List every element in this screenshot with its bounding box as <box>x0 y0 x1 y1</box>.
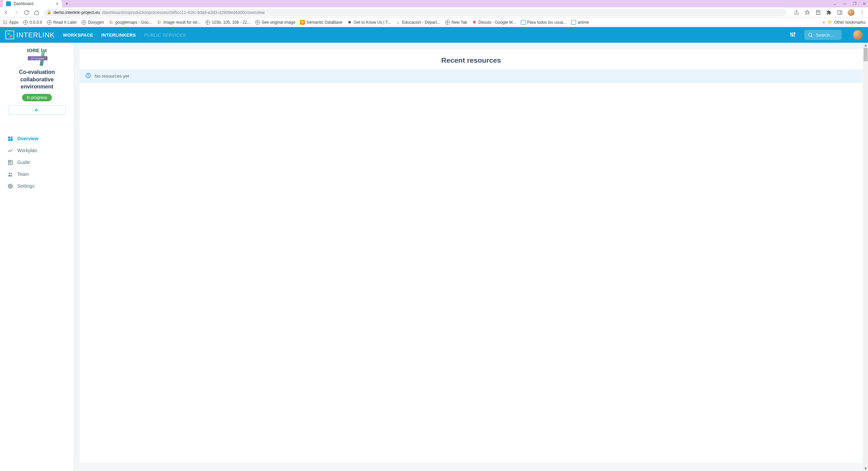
svg-point-24 <box>809 33 812 36</box>
bookmark-label: artime <box>578 20 589 25</box>
star-icon[interactable] <box>804 9 810 16</box>
svg-rect-26 <box>8 137 10 139</box>
search-field[interactable] <box>804 30 842 40</box>
svg-point-35 <box>11 173 12 174</box>
svg-line-25 <box>811 36 812 37</box>
new-tab-button[interactable]: + <box>62 0 72 7</box>
caret-down-icon[interactable]: ⌄ <box>833 1 836 6</box>
sidebar-item-team[interactable]: Team <box>0 168 74 180</box>
bookmark-item[interactable]: Para todos los usua... <box>521 20 567 25</box>
bookmark-item[interactable]: Apps <box>3 20 18 25</box>
bookmark-label: Apps <box>9 20 18 25</box>
svg-point-23 <box>794 33 795 34</box>
bookmark-item[interactable]: GImage result for ed... <box>157 20 201 25</box>
home-icon[interactable] <box>33 9 40 16</box>
bookmark-item[interactable]: ✱Get to Know Us | T... <box>347 20 391 25</box>
bookmark-icon <box>47 20 52 25</box>
scrollbar-thumb[interactable] <box>864 48 868 61</box>
extensions-icon[interactable] <box>826 9 832 16</box>
dashboard-icon <box>7 136 13 142</box>
sidepanel-icon[interactable] <box>837 9 843 16</box>
resources-card: Recent resources No resources yet <box>80 49 863 463</box>
vertical-scrollbar[interactable]: ▲ ▼ <box>863 43 868 471</box>
reader-icon[interactable] <box>815 9 821 16</box>
tab-title: Dashboard <box>14 1 34 6</box>
address-bar[interactable]: 🔒 demo.interlink-project.eu/dashboard/co… <box>43 9 787 16</box>
bookmark-label: Educación - Depart... <box>402 20 440 25</box>
bookmark-overflow-icon[interactable]: » <box>823 20 825 25</box>
bookmark-item[interactable]: 103b, 105, 106 - 22... <box>205 20 251 25</box>
app-body: IORE lat ICT for good Co-evaluation coll… <box>0 43 868 471</box>
browser-toolbar: 🔒 demo.interlink-project.eu/dashboard/co… <box>0 7 868 18</box>
scroll-down-icon[interactable]: ▼ <box>864 467 867 470</box>
user-avatar[interactable] <box>853 30 863 40</box>
header-nav-public-services[interactable]: PUBLIC SERVICES <box>144 33 186 38</box>
bookmark-icon: G <box>157 20 162 25</box>
svg-point-7 <box>862 14 863 14</box>
bookmark-item[interactable]: ⌂Educación - Depart... <box>396 20 440 25</box>
bookmark-item[interactable]: Ggooglemaps - Goo... <box>109 20 152 25</box>
forward-icon[interactable] <box>13 9 20 16</box>
bookmark-icon: B <box>300 20 305 25</box>
sidebar-item-label: Overview <box>17 136 38 141</box>
svg-point-6 <box>862 12 863 13</box>
org-logo: IORE lat ICT for good <box>25 47 49 66</box>
profile-avatar-icon[interactable] <box>848 9 854 16</box>
svg-rect-15 <box>5 23 5 24</box>
bookmark-item[interactable]: Deusto - Google M... <box>472 20 516 25</box>
bookmark-item[interactable]: Read It Later <box>47 20 77 25</box>
bookmark-item[interactable]: Doxygen <box>81 20 104 25</box>
sidebar-item-overview[interactable]: Overview <box>0 133 74 145</box>
sidebar-item-settings[interactable]: Settings <box>0 180 74 192</box>
svg-rect-10 <box>6 20 7 21</box>
minimize-icon[interactable]: — <box>843 1 847 6</box>
app-logo[interactable]: INTERLINK <box>5 30 55 39</box>
bookmark-item[interactable]: See original image <box>255 20 295 25</box>
reload-icon[interactable] <box>23 9 30 16</box>
bookmark-icon: ⌂ <box>396 20 400 25</box>
scroll-up-icon[interactable]: ▲ <box>864 43 867 47</box>
card-title: Recent resources <box>80 54 863 69</box>
header-nav-workspace[interactable]: WORKSPACE <box>63 33 93 38</box>
bookmark-label: New Tab <box>452 20 467 25</box>
timeline-icon <box>7 148 13 153</box>
browser-titlebar: Dashboard × + ⌄ — ❐ ✕ <box>0 0 868 7</box>
main-content: Recent resources No resources yet ▲ ▼ <box>74 43 868 471</box>
sidebar-item-workplan[interactable]: Workplan <box>0 145 74 157</box>
bookmark-icon <box>472 20 477 25</box>
sidebar-item-guide[interactable]: Guide <box>0 157 74 168</box>
url-path: /dashboard/coproductionprocesses/cbf5cc1… <box>102 10 264 15</box>
bookmark-item[interactable]: artime <box>571 20 589 25</box>
header-nav-interlinkers[interactable]: INTERLINKERS <box>101 33 136 38</box>
search-input[interactable] <box>816 33 838 38</box>
bookmark-icon <box>445 20 450 25</box>
bookmark-item[interactable]: 0.0.0.0 <box>23 20 42 25</box>
maximize-icon[interactable]: ❐ <box>853 1 856 6</box>
svg-point-17 <box>474 21 475 22</box>
bookmark-icon <box>3 20 7 25</box>
share-icon[interactable] <box>793 9 800 16</box>
bookmark-item[interactable]: BSemantic DataBase <box>300 20 342 25</box>
tuning-icon[interactable] <box>789 31 796 39</box>
svg-rect-27 <box>11 137 13 138</box>
window-controls: ⌄ — ❐ ✕ <box>833 0 866 7</box>
other-bookmarks[interactable]: 📁 Other bookmarks <box>828 20 865 25</box>
sidebar-item-label: Workplan <box>17 148 37 153</box>
tab-close-icon[interactable]: × <box>56 1 59 6</box>
bookmark-icon <box>23 20 28 25</box>
bookmark-label: Image result for ed... <box>163 20 201 25</box>
app-header: INTERLINK WORKSPACEINTERLINKERSPUBLIC SE… <box>0 27 868 43</box>
bookmark-label: googlemaps - Goo... <box>115 20 152 25</box>
bookmark-item[interactable]: New Tab <box>445 20 467 25</box>
gear-icon <box>7 183 13 189</box>
kebab-menu-icon[interactable] <box>859 9 865 16</box>
svg-rect-28 <box>11 138 13 141</box>
close-window-icon[interactable]: ✕ <box>863 1 866 6</box>
project-title: Co-evaluation collaborative environment <box>3 68 71 90</box>
back-button[interactable] <box>8 105 66 115</box>
bookmark-label: Deusto - Google M... <box>478 20 516 25</box>
browser-tab[interactable]: Dashboard × <box>3 0 62 7</box>
sidebar-item-label: Team <box>17 171 29 177</box>
back-icon[interactable] <box>3 9 9 16</box>
sidebar: IORE lat ICT for good Co-evaluation coll… <box>0 43 74 471</box>
